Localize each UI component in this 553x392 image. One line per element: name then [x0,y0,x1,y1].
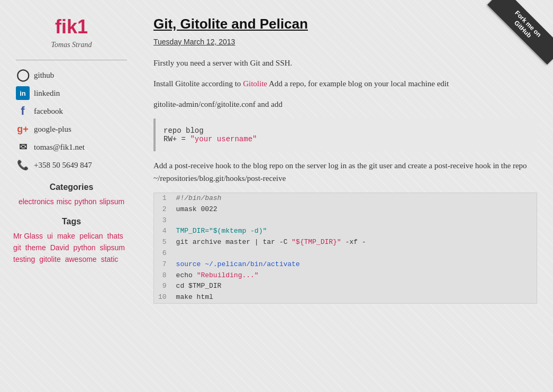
tag-item-ui: ui [47,232,53,241]
code-row-5: 5 git archive master | tar -C "${TMP_DIR… [154,237,537,248]
category-link-python[interactable]: python [75,197,97,206]
category-item-slipsum: slipsum [99,197,124,206]
email-icon: ✉ [16,140,30,154]
email-link[interactable]: tomas@fik1.net [34,143,85,152]
social-item-email: ✉ tomas@fik1.net [16,140,127,154]
code-row-2: 2 umask 0022 [154,204,537,215]
tags-heading: Tags [11,217,132,226]
line-code-10: make html [172,292,537,303]
line-code-1: #!/bin/bash [172,193,537,204]
tag-link-static[interactable]: static [101,255,119,263]
category-link-slipsum[interactable]: slipsum [99,197,124,206]
code-row-4: 4 TMP_DIR="$(mktemp -d)" [154,226,537,237]
line-code-8: echo "Rebuilding..." [172,270,537,281]
tag-item-python: python [74,243,96,252]
post-para-3: gitolite-admin/conf/gitolite.conf and ad… [153,98,537,111]
code-block-1: repo blog RW+ = "your username" [153,118,537,151]
github-link[interactable]: github [34,71,54,80]
category-item-python: python [75,197,97,206]
code-line-2: RW+ = "your username" [164,135,529,143]
post-para-1: Firstly you need a server with Git and S… [153,57,537,69]
code-username: "your username" [190,135,257,143]
category-item-electronics: electronics [19,197,54,206]
code-row-1: 1 #!/bin/bash [154,193,537,204]
tag-link-mrglass[interactable]: Mr Glass [13,232,43,240]
post-para-4: Add a post-receive hook to the blog repo… [153,159,537,185]
tag-item-static: static [101,255,119,264]
tag-item-testing: testing [13,255,35,264]
phone-link[interactable]: +358 50 5649 847 [34,161,92,170]
github-ribbon[interactable]: Fork me on GitHub [484,0,553,69]
ribbon-link[interactable]: Fork me on GitHub [487,0,553,65]
tag-item-theme: theme [25,243,46,252]
tag-item-make: make [57,232,75,241]
line-num-4: 4 [154,226,172,237]
code-repo: repo blog [164,126,204,135]
post-date: Tuesday March 12, 2013 [153,38,537,46]
category-link-electronics[interactable]: electronics [19,197,54,206]
code-row-10: 10 make html [154,292,537,303]
code-row-9: 9 cd $TMP_DIR [154,281,537,292]
code-line-1: repo blog [164,126,529,135]
line-num-3: 3 [154,215,172,226]
code-rw: RW+ = [164,135,190,143]
code-row-6: 6 [154,248,537,259]
tag-link-pelican[interactable]: pelican [79,232,103,240]
line-code-6 [172,248,537,259]
post-para-2-suffix: Add a repo, for example blog on your loc… [267,79,449,88]
linkedin-link[interactable]: linkedin [34,89,60,98]
linkedin-icon: in [16,86,30,100]
social-item-googleplus: g+ google-plus [16,122,127,136]
line-code-7: source ~/.pelican/bin/activate [172,259,537,270]
facebook-link[interactable]: facebook [34,107,63,116]
social-item-facebook: f facebook [16,104,127,118]
line-code-5: git archive master | tar -C "${TMP_DIR}"… [172,237,537,248]
tag-link-thats[interactable]: thats [107,232,123,240]
tag-link-awesome[interactable]: awesome [65,255,97,263]
line-num-7: 7 [154,259,172,270]
line-num-1: 1 [154,193,172,204]
line-code-2: umask 0022 [172,204,537,215]
tag-link-make[interactable]: make [57,232,75,240]
social-item-github: ◯ github [16,68,127,82]
googleplus-link[interactable]: google-plus [34,125,71,134]
line-code-3 [172,215,537,226]
sidebar: fik1 Tomas Strand ◯ github in linkedin f… [0,0,143,392]
line-num-5: 5 [154,237,172,248]
tag-link-slipsum[interactable]: slipsum [100,243,125,252]
social-item-phone: 📞 +358 50 5649 847 [16,158,127,172]
line-num-8: 8 [154,270,172,281]
tag-item-slipsum: slipsum [100,243,125,252]
tag-link-ui[interactable]: ui [47,232,53,240]
tag-link-git[interactable]: git [13,243,21,252]
gitolite-link[interactable]: Gitolite [243,79,267,88]
line-num-2: 2 [154,204,172,215]
line-code-4: TMP_DIR="$(mktemp -d)" [172,226,537,237]
post-para-2-prefix: Install Gitolite according to [153,79,243,88]
site-subtitle: Tomas Strand [11,41,132,49]
post-body: Firstly you need a server with Git and S… [153,57,537,304]
tag-link-testing[interactable]: testing [13,255,35,263]
tag-link-theme[interactable]: theme [25,243,46,252]
tag-item-david: David [50,243,69,252]
line-num-10: 10 [154,292,172,303]
social-links-list: ◯ github in linkedin f facebook g+ googl… [11,68,132,172]
tag-link-gitolite[interactable]: gitolite [39,255,60,263]
github-icon: ◯ [16,68,30,82]
googleplus-icon: g+ [16,122,30,136]
post-title: Git, Gitolite and Pelican [153,16,537,32]
facebook-icon: f [16,104,30,118]
site-title: fik1 [11,16,132,38]
category-link-misc[interactable]: misc [57,197,72,206]
line-num-9: 9 [154,281,172,292]
code-row-7: 7 source ~/.pelican/bin/activate [154,259,537,270]
tag-link-david[interactable]: David [50,243,69,252]
post-para-2: Install Gitolite according to Gitolite A… [153,77,537,90]
sidebar-divider [16,60,127,60]
tag-item-gitolite: gitolite [39,255,60,264]
tags-list: Mr Glass ui make pelican thats git theme… [13,232,130,264]
code-row-8: 8 echo "Rebuilding..." [154,270,537,281]
tag-link-python[interactable]: python [74,243,96,252]
tag-item-awesome: awesome [65,255,97,264]
tag-item-mrglass: Mr Glass [13,232,43,241]
